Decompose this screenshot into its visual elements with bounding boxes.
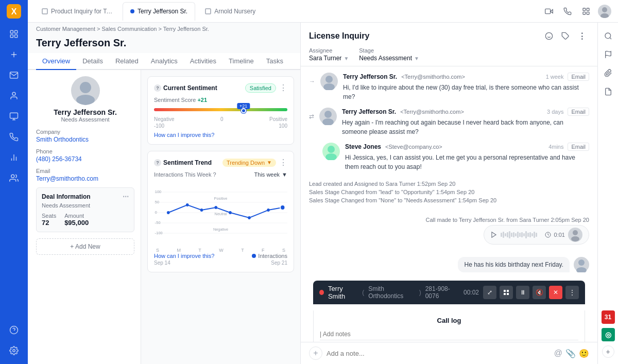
search-panel-icon[interactable] (601, 29, 615, 43)
message-header-2: Terry Jefferson Sr. <Terry@smithortho.co… (342, 108, 589, 116)
home-icon[interactable] (5, 25, 23, 43)
flag-icon[interactable] (601, 47, 615, 62)
mute-icon[interactable]: 🔇 (533, 286, 546, 299)
emoji-icon[interactable] (542, 29, 556, 43)
tab-details[interactable]: Details (76, 53, 109, 70)
phone-value[interactable]: (480) 256-36734 (36, 155, 134, 163)
contacts-icon[interactable] (5, 86, 23, 105)
tab-arnold[interactable]: Arnold Nursery (197, 2, 263, 21)
user-avatar[interactable] (597, 4, 612, 19)
message-item-2: ⇆ Terry Jefferson Sr. <Terry@smithortho.… (309, 108, 589, 136)
customer-header: Terry Jefferson Sr. (28, 35, 300, 53)
tab-related[interactable]: Related (109, 53, 145, 70)
pause-icon[interactable]: ⏸ (516, 286, 529, 299)
deal-information: Deal Information ⋯ Needs Assessment Seat… (36, 187, 134, 232)
mention-icon[interactable]: @ (554, 349, 562, 358)
more-call-icon[interactable]: ⋮ (565, 286, 579, 299)
assignee-value[interactable]: Sara Turner ▼ (309, 55, 349, 62)
amount-value: $95,000 (64, 219, 89, 227)
trend-menu-icon[interactable]: ⋮ (279, 158, 287, 167)
svg-rect-19 (42, 9, 47, 14)
emoji-note-icon[interactable]: 🙂 (579, 349, 589, 358)
tab-activities[interactable]: Activities (184, 53, 222, 70)
attachment-icon[interactable]: 📎 (565, 349, 576, 358)
company-value[interactable]: Smith Orthodontics (36, 136, 134, 143)
tab-overview[interactable]: Overview (36, 53, 76, 70)
call-active-dot (319, 290, 324, 295)
svg-point-28 (80, 82, 91, 93)
seats-value: 72 (42, 219, 56, 227)
tab-tasks[interactable]: Tasks (260, 53, 289, 70)
end-call-icon[interactable]: ✕ (549, 286, 562, 299)
clock-icon (545, 232, 551, 238)
tab-analytics[interactable]: Analytics (145, 53, 184, 70)
improve-link-1[interactable]: How can I improve this? (154, 132, 287, 138)
add-panel-icon[interactable]: + (602, 345, 614, 358)
tab-terry[interactable]: Terry Jefferson Sr. (123, 2, 195, 21)
message-type-2: Email (568, 108, 589, 116)
inbox-icon[interactable] (5, 66, 23, 84)
call-notes-input[interactable] (320, 328, 578, 340)
email-label: Email (36, 168, 134, 174)
stage-value[interactable]: Needs Assessment ▼ (359, 55, 419, 62)
expand-icon[interactable]: ⤢ (483, 286, 496, 299)
tab-timeline[interactable]: Timeline (222, 53, 260, 70)
svg-rect-22 (583, 8, 586, 11)
svg-point-44 (186, 203, 189, 206)
svg-point-46 (214, 206, 217, 209)
sentiment-dot (241, 108, 246, 113)
svg-text:-100: -100 (155, 231, 163, 235)
reports-icon[interactable] (5, 148, 23, 167)
sentiment-menu-icon[interactable]: ⋮ (279, 83, 287, 93)
settings-icon[interactable] (5, 341, 23, 360)
grid-call-icon[interactable] (500, 286, 513, 299)
message-type-1: Email (568, 73, 589, 81)
week-selector[interactable]: This week ▼ (254, 171, 287, 178)
play-icon[interactable] (490, 231, 497, 238)
add-new-button[interactable]: + Add New (36, 238, 134, 255)
phone-icon[interactable] (5, 128, 23, 146)
svg-point-64 (571, 236, 579, 241)
profile-column: Terry Jefferson Sr. Needs Assessment Com… (28, 70, 141, 364)
incoming-arrow-2: ⇆ (309, 113, 314, 120)
more-icon[interactable]: ⋮ (575, 29, 589, 43)
assignee-field: Assignee Sara Turner ▼ (309, 47, 349, 62)
svg-text:50: 50 (155, 200, 159, 204)
audio-player[interactable]: 0:01 (484, 225, 589, 245)
calendar-badge[interactable]: 31 (602, 310, 615, 324)
add-note-button[interactable]: + (309, 346, 322, 360)
call-log: Call log Cancel Save 🖼 👤+ Sentiment: Neu… (313, 310, 585, 342)
email-value[interactable]: Terry@smithortho.com (36, 175, 134, 182)
svg-rect-9 (10, 113, 18, 118)
file-icon[interactable] (601, 84, 615, 99)
grid-icon[interactable] (579, 4, 593, 19)
breadcrumb-text: Customer Management > Sales Communicatio… (36, 26, 209, 32)
deals-icon[interactable] (5, 107, 23, 126)
team-icon[interactable] (5, 169, 23, 187)
tab-label-2: Terry Jefferson Sr. (138, 8, 187, 15)
license-meta: Assignee Sara Turner ▼ Stage Needs Asses… (309, 47, 589, 62)
chart-dates: Sep 14 Sep 21 (154, 260, 287, 266)
svg-point-63 (573, 230, 578, 235)
trend-chart: 100 50 0 -50 -100 Positive Neutral Ne (154, 182, 287, 244)
svg-point-15 (11, 175, 14, 178)
help-icon[interactable] (5, 321, 23, 339)
tab-product-inquiry[interactable]: Product Inquiry for Texas Store (34, 2, 121, 21)
license-header: License Inquiry ⋮ Assignee (301, 23, 597, 66)
svg-point-48 (248, 216, 251, 219)
improve-link-2[interactable]: How can I improve this? (154, 253, 214, 259)
clip-icon[interactable] (601, 66, 615, 80)
incoming-arrow-1: → (309, 78, 315, 85)
amount-label: Amount (64, 213, 89, 219)
add-note-input[interactable] (327, 350, 550, 357)
svg-point-29 (76, 95, 95, 105)
green-badge[interactable]: ◎ (602, 328, 615, 341)
tag-icon[interactable] (558, 29, 573, 43)
svg-point-50 (280, 205, 285, 210)
deal-menu-icon[interactable]: ⋯ (123, 193, 129, 200)
company-label: Company (36, 129, 134, 135)
call-icon[interactable] (560, 4, 575, 19)
add-icon[interactable] (5, 45, 23, 64)
video-icon[interactable] (542, 4, 556, 19)
trending-down-badge: Trending Down ▼ (222, 159, 276, 167)
